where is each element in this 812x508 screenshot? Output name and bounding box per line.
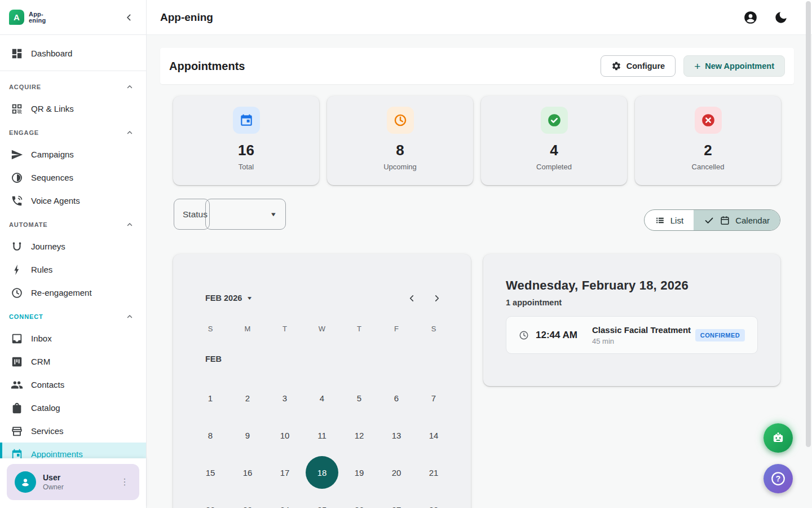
sidebar-item-rules[interactable]: Rules: [0, 258, 146, 281]
calendar-day[interactable]: 20: [378, 454, 415, 491]
sidebar-item-dashboard[interactable]: Dashboard: [0, 42, 146, 65]
appointment-row[interactable]: 12:44 AM Classic Facial Treatment 45 min…: [506, 316, 758, 354]
chevron-up-icon: [126, 313, 134, 321]
sidebar-item-crm[interactable]: CRM: [0, 350, 146, 373]
sidebar-item-contacts[interactable]: Contacts: [0, 373, 146, 396]
sidebar-item-journeys[interactable]: Journeys: [0, 235, 146, 258]
cancel-circle-icon: [695, 107, 722, 134]
app-logo-text: App- ening: [29, 11, 46, 24]
calendar-next-button[interactable]: [426, 288, 447, 308]
new-appointment-button[interactable]: + New Appointment: [683, 55, 785, 77]
sidebar-item-qr-links[interactable]: QR & Links: [0, 97, 146, 120]
calendar-day[interactable]: 1: [192, 379, 229, 417]
toggle-calendar-option[interactable]: Calendar: [694, 210, 780, 230]
month-select[interactable]: FEB 2026 ▼: [205, 294, 253, 303]
sidebar-item-label: Services: [31, 426, 64, 436]
calendar-day[interactable]: 12: [341, 417, 378, 454]
sidebar-item-label: Inbox: [31, 334, 52, 343]
calendar-day[interactable]: 24: [266, 491, 303, 508]
calendar-prev-button[interactable]: [401, 288, 422, 308]
stat-card-total: 16 Total: [173, 96, 319, 185]
section-acquire[interactable]: ACQUIRE: [0, 77, 146, 97]
sidebar-item-label: Sequences: [31, 173, 73, 182]
calendar-day[interactable]: 10: [266, 417, 303, 454]
sidebar-collapse-icon[interactable]: [125, 13, 134, 22]
stat-label: Upcoming: [383, 163, 417, 171]
calendar-day[interactable]: 4: [303, 379, 341, 417]
section-connect[interactable]: CONNECT: [0, 306, 146, 327]
calendar-day[interactable]: 11: [303, 417, 341, 454]
check-circle-icon: [541, 107, 568, 134]
sidebar-item-campaigns[interactable]: Campaigns: [0, 143, 146, 166]
section-engage[interactable]: ENGAGE: [0, 122, 146, 143]
calendar-day[interactable]: 6: [378, 379, 415, 417]
sidebar-nav: Dashboard ACQUIRE QR & Links ENGAGE Camp…: [0, 35, 146, 458]
caret-down-icon: ▼: [270, 211, 277, 217]
sidebar-item-label: QR & Links: [31, 104, 74, 113]
calendar-day[interactable]: 8: [192, 417, 229, 454]
chevron-up-icon: [126, 83, 134, 91]
calendar-day[interactable]: 28: [415, 491, 452, 508]
chatbot-fab-button[interactable]: [764, 423, 793, 453]
weekday-label: S: [192, 319, 229, 338]
calendar-day[interactable]: 21: [415, 454, 452, 491]
sidebar-item-label: Catalog: [31, 403, 60, 413]
app-title: App-ening: [160, 11, 213, 24]
sidebar-item-sequences[interactable]: Sequences: [0, 166, 146, 189]
calendar-day[interactable]: 2: [229, 379, 266, 417]
clock-icon: [11, 287, 23, 299]
sidebar-item-services[interactable]: Services: [0, 419, 146, 443]
toggle-list-option[interactable]: List: [645, 210, 694, 230]
sidebar-item-label: Contacts: [31, 380, 64, 389]
day-detail-card: Wednesday, February 18, 2026 1 appointme…: [483, 254, 780, 386]
stat-value: 2: [704, 142, 712, 159]
configure-button[interactable]: Configure: [601, 55, 676, 77]
dark-mode-moon-icon[interactable]: [774, 10, 788, 25]
day-detail-title: Wednesday, February 18, 2026: [506, 278, 689, 293]
help-fab-button[interactable]: ?: [764, 464, 793, 493]
calendar-day-selected[interactable]: 18: [303, 454, 341, 491]
calendar-day[interactable]: 14: [415, 417, 452, 454]
calendar-day[interactable]: 27: [378, 491, 415, 508]
send-icon: [11, 148, 23, 161]
caret-down-icon: ▼: [246, 295, 253, 301]
sidebar-logo-row: A App- ening: [0, 0, 146, 35]
sidebar-item-inbox[interactable]: Inbox: [0, 327, 146, 350]
month-inline-label: FEB: [205, 354, 222, 364]
calendar-day[interactable]: 5: [341, 379, 378, 417]
sidebar-item-catalog[interactable]: Catalog: [0, 396, 146, 419]
calendar-day[interactable]: 19: [341, 454, 378, 491]
account-icon[interactable]: [743, 10, 758, 25]
clock-icon: [519, 330, 529, 340]
calendar-day[interactable]: 22: [192, 491, 229, 508]
section-label: ACQUIRE: [9, 84, 41, 90]
calendar-day[interactable]: 13: [378, 417, 415, 454]
calendar-day[interactable]: 16: [229, 454, 266, 491]
sidebar-item-voice-agents[interactable]: Voice Agents: [0, 189, 146, 212]
user-menu-dots-icon[interactable]: ⋮: [118, 476, 131, 488]
scrollbar-thumb[interactable]: [806, 1, 811, 447]
calendar-day[interactable]: 25: [303, 491, 341, 508]
calendar-day[interactable]: 15: [192, 454, 229, 491]
user-card[interactable]: User Owner ⋮: [7, 464, 139, 500]
status-select[interactable]: Status ▼: [174, 199, 286, 230]
calendar-day[interactable]: 7: [415, 379, 452, 417]
section-automate[interactable]: AUTOMATE: [0, 214, 146, 235]
calendar-day[interactable]: 17: [266, 454, 303, 491]
contrast-circle-icon: [11, 172, 23, 184]
stats-row: 16 Total 8 Upcoming 4 Completed 2 Cancel…: [173, 96, 781, 185]
toggle-calendar-label: Calendar: [735, 216, 770, 225]
status-badge: CONFIRMED: [695, 329, 745, 341]
section-label: CONNECT: [9, 313, 43, 320]
calendar-day[interactable]: 9: [229, 417, 266, 454]
day-detail-subtitle: 1 appointment: [506, 298, 562, 307]
user-panel: User Owner ⋮: [0, 458, 146, 508]
calendar-day[interactable]: 23: [229, 491, 266, 508]
calendar-day[interactable]: 3: [266, 379, 303, 417]
sidebar-item-reengagement[interactable]: Re-engagement: [0, 281, 146, 304]
people-icon: [11, 379, 23, 391]
calendar-day[interactable]: 26: [341, 491, 378, 508]
stat-value: 4: [550, 142, 558, 159]
stat-card-completed: 4 Completed: [481, 96, 627, 185]
sidebar-item-appointments[interactable]: Appointments: [0, 443, 146, 458]
